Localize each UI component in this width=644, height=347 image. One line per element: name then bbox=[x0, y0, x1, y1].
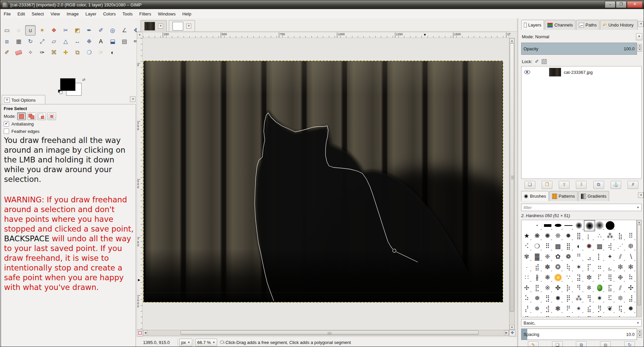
quick-mask-toggle[interactable] bbox=[137, 330, 143, 336]
brush-item[interactable]: ⡷ bbox=[563, 283, 574, 293]
perspective-tool-icon[interactable]: △ bbox=[60, 36, 71, 47]
brush-item[interactable]: ※ bbox=[542, 283, 553, 293]
brush-item[interactable]: ❋ bbox=[532, 231, 542, 241]
brush-item[interactable]: ⫽ bbox=[615, 283, 626, 293]
brush-item[interactable]: ⡿ bbox=[563, 293, 574, 303]
brush-item[interactable]: ⠿ bbox=[542, 241, 553, 251]
brush-item[interactable]: ✺ bbox=[542, 231, 553, 241]
layer-row[interactable]: cat-233367.jpg bbox=[522, 67, 641, 77]
brush-item[interactable]: ❁ bbox=[563, 251, 574, 262]
brush-item[interactable]: ✢ bbox=[522, 283, 532, 293]
brush-item[interactable]: ⠟ bbox=[563, 303, 574, 314]
brush-item[interactable]: ⣯ bbox=[605, 283, 615, 293]
brush-item[interactable]: ❦ bbox=[605, 303, 615, 314]
brush-item[interactable]: ⣠ bbox=[584, 251, 594, 262]
image-tab-untitled[interactable]: ✕ bbox=[169, 20, 195, 32]
tab-layers[interactable]: Layers bbox=[521, 20, 544, 30]
maximize-button[interactable]: ❐ bbox=[616, 1, 627, 8]
shear-tool-icon[interactable]: ▱ bbox=[49, 36, 59, 47]
brush-item[interactable]: ⢷ bbox=[563, 262, 574, 272]
brush-item[interactable]: ⡻ bbox=[594, 303, 605, 314]
brush-item[interactable]: ✷ bbox=[594, 293, 605, 303]
brush-item[interactable]: ❆ bbox=[626, 241, 636, 251]
brush-item[interactable]: ⡽ bbox=[594, 314, 605, 317]
cage-transform-icon[interactable]: ❉ bbox=[84, 36, 94, 47]
brush-item[interactable]: ✽ bbox=[574, 314, 584, 317]
duplicate-brush-button[interactable]: ⧉ bbox=[576, 341, 587, 347]
brush-item[interactable]: ✹ bbox=[563, 231, 574, 241]
brush-item[interactable] bbox=[574, 220, 584, 231]
blend-tool-icon[interactable]: ▤ bbox=[119, 36, 130, 47]
perspective-clone-icon[interactable]: ⧉ bbox=[72, 47, 83, 58]
scroll-down-icon[interactable]: ▼ bbox=[509, 325, 514, 330]
align-tool-icon[interactable]: ⧈ bbox=[2, 36, 12, 47]
brush-item[interactable]: ⣻ bbox=[542, 293, 553, 303]
brush-item[interactable]: ∦ bbox=[532, 272, 542, 283]
delete-layer-button[interactable]: ✗ bbox=[628, 181, 638, 189]
brush-item[interactable]: ⣟ bbox=[532, 283, 542, 293]
brush-grid-scrollbar[interactable]: ▲ bbox=[637, 220, 642, 317]
brush-item[interactable]: ⠵ bbox=[522, 293, 532, 303]
swap-colors-icon[interactable]: ⇄ bbox=[82, 78, 85, 82]
tab-undo-history[interactable]: ↶Undo History bbox=[600, 20, 638, 30]
brush-item[interactable]: ❂ bbox=[553, 262, 563, 272]
refresh-brushes-button[interactable]: ↻ bbox=[624, 341, 635, 347]
brush-item[interactable]: ⡇ bbox=[594, 251, 605, 262]
brush-filter-input[interactable]: filter ▼ bbox=[521, 204, 642, 211]
brush-item[interactable]: ❊ bbox=[553, 231, 563, 241]
brush-item[interactable]: ⢻ bbox=[584, 293, 594, 303]
title-bar[interactable]: [cat-233367] (imported)-2.0 (RGB color, … bbox=[0, 0, 644, 9]
layer-mode-dropdown[interactable]: ▼ bbox=[636, 33, 642, 40]
mode-add-button[interactable] bbox=[27, 112, 36, 120]
brush-item[interactable] bbox=[553, 272, 563, 283]
menu-view[interactable]: View bbox=[47, 10, 63, 18]
brush-item[interactable]: ❇ bbox=[615, 262, 626, 272]
brush-item[interactable]: ∴ bbox=[594, 231, 605, 241]
brush-item[interactable]: ∵ bbox=[563, 272, 574, 283]
brush-item[interactable]: ⣽ bbox=[574, 272, 584, 283]
free-select-icon[interactable]: ʊ bbox=[25, 25, 36, 36]
tab-brushes[interactable]: Brushes bbox=[521, 191, 549, 201]
tab-tool-options[interactable]: ⚒ Tool Options bbox=[2, 95, 45, 105]
paintbrush-icon[interactable]: ✐ bbox=[2, 47, 12, 58]
menu-colors[interactable]: Colors bbox=[100, 10, 119, 18]
brush-item[interactable]: ◐ bbox=[574, 241, 584, 251]
menu-layer[interactable]: Layer bbox=[82, 10, 100, 18]
scale-tool-icon[interactable]: ⤢ bbox=[37, 36, 47, 47]
brush-item[interactable]: ⠻ bbox=[574, 283, 584, 293]
menu-tools[interactable]: Tools bbox=[119, 10, 136, 18]
brush-item[interactable]: ❀ bbox=[605, 314, 615, 317]
brush-item[interactable]: ✸ bbox=[553, 293, 563, 303]
brush-item[interactable]: ✹ bbox=[626, 303, 636, 314]
brush-item[interactable]: ⠷ bbox=[626, 272, 636, 283]
scissors-select-icon[interactable]: ✂ bbox=[60, 25, 71, 36]
brush-item[interactable] bbox=[605, 220, 615, 231]
edit-brush-button[interactable]: ✎ bbox=[528, 341, 539, 347]
brush-item[interactable]: ⣿ bbox=[574, 231, 584, 241]
brush-item[interactable] bbox=[522, 220, 532, 231]
brush-item[interactable] bbox=[626, 220, 636, 231]
cat-image-canvas[interactable] bbox=[143, 61, 503, 302]
menu-file[interactable]: File bbox=[0, 10, 14, 18]
scroll-up-icon[interactable]: ▲ bbox=[509, 38, 514, 43]
brush-item[interactable]: ✣ bbox=[626, 283, 636, 293]
brush-item[interactable]: ∖ bbox=[626, 251, 636, 262]
reset-colors-icon[interactable] bbox=[58, 90, 62, 94]
brush-item[interactable]: ⋰ bbox=[615, 241, 626, 251]
menu-edit[interactable]: Edit bbox=[14, 10, 28, 18]
delete-brush-button[interactable]: ◍ bbox=[600, 341, 611, 347]
brush-item[interactable]: ❈ bbox=[542, 251, 553, 262]
tool-options-collapse-button[interactable]: ◂ bbox=[130, 96, 136, 102]
brush-item[interactable]: ⢵ bbox=[615, 314, 626, 317]
brush-item[interactable]: ❊ bbox=[615, 293, 626, 303]
brush-item[interactable]: ⁂ bbox=[605, 231, 615, 241]
close-tab-icon[interactable]: ✕ bbox=[186, 23, 191, 29]
brush-item[interactable]: ⠽ bbox=[522, 314, 532, 317]
brush-item[interactable]: ✿ bbox=[553, 251, 563, 262]
bucket-fill-icon[interactable]: ⬓ bbox=[107, 36, 118, 47]
brush-item[interactable]: ▓ bbox=[532, 251, 542, 262]
brush-item[interactable] bbox=[542, 220, 553, 231]
rotate-tool-icon[interactable]: ↻ bbox=[25, 36, 36, 47]
brush-item[interactable]: ⡏ bbox=[584, 262, 594, 272]
brush-item[interactable]: ⁂ bbox=[574, 293, 584, 303]
